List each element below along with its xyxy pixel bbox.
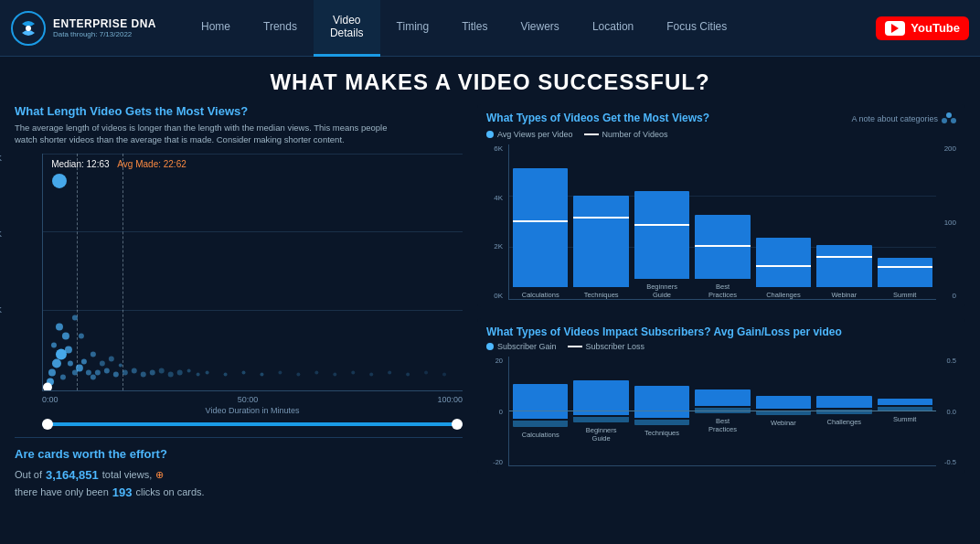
svg-point-29 — [197, 372, 200, 376]
bottom-chart-section: What Types of Videos Impact Subscribers?… — [477, 318, 965, 474]
bar-label: BestPractices — [708, 283, 737, 299]
nav-timing[interactable]: Timing — [380, 0, 446, 57]
sub-bar-best-practices: BestPractices — [695, 389, 750, 433]
logo-title: ENTERPRISE DNA — [53, 17, 156, 30]
bar-bp-fill — [695, 215, 750, 279]
scatter-title: What Length Video Gets the Most Views? — [15, 104, 463, 118]
sub-bar-label: BeginnersGuide — [586, 426, 617, 443]
nav-focus-cities[interactable]: Focus Cities — [650, 0, 743, 57]
nav-viewers[interactable]: Viewers — [504, 0, 575, 57]
svg-point-9 — [72, 369, 78, 375]
sub-bar-summit: Summit — [878, 399, 932, 423]
svg-point-25 — [159, 368, 165, 373]
bar-webinar: Webinar — [816, 245, 871, 299]
top-bar-chart: 6K 4K 2K 0K Ca — [486, 144, 956, 300]
sub-bar-beginners: BeginnersGuide — [573, 380, 628, 443]
svg-point-48 — [109, 356, 114, 361]
svg-point-15 — [91, 374, 96, 379]
legend-num-videos: Number of Videos — [584, 130, 668, 139]
logo-subtitle: Data through: 7/13/2022 — [53, 30, 156, 38]
svg-point-33 — [260, 372, 263, 376]
svg-point-41 — [406, 372, 410, 376]
sub-bar-label: Summit — [893, 415, 916, 423]
sub-bar-calculations: Calculations — [513, 384, 568, 439]
svg-point-26 — [168, 371, 174, 377]
sub-bar-pos — [695, 389, 750, 406]
legend-dot-gain — [486, 343, 494, 350]
bar-summit: Summit — [878, 258, 932, 299]
svg-point-20 — [113, 371, 119, 377]
sub-bar-neg — [573, 417, 628, 422]
legend-sub-gain: Subscriber Gain — [486, 342, 557, 351]
sub-bar-neg — [513, 421, 568, 427]
svg-point-14 — [86, 369, 91, 375]
svg-point-47 — [100, 360, 105, 366]
nav-titles-label: Titles — [462, 20, 487, 33]
sub-bar-label: Calculations — [522, 431, 559, 439]
svg-point-21 — [122, 369, 128, 375]
youtube-label: YouTube — [911, 21, 960, 35]
right-panel: What Types of Videos Get the Most Views?… — [477, 104, 965, 544]
nav-location[interactable]: Location — [576, 0, 650, 57]
cards-views: 3,164,851 — [46, 468, 99, 482]
svg-point-53 — [942, 118, 947, 123]
bottom-chart-title: What Types of Videos Impact Subscribers?… — [486, 325, 842, 338]
bar-line — [695, 245, 750, 247]
svg-point-13 — [81, 358, 87, 364]
cards-title: Are cards worth the effort? — [15, 447, 463, 461]
scatter-desc: The average length of videos is longer t… — [15, 122, 408, 146]
bar-chart-inner: Calculations Techniques — [508, 144, 936, 300]
svg-point-49 — [119, 363, 122, 367]
svg-point-37 — [333, 372, 336, 376]
sub-bars-container: Calculations BeginnersGuide Techni — [508, 357, 936, 466]
sub-bar-pos — [756, 396, 811, 409]
bar-beg-fill — [634, 191, 689, 279]
bar-techniques: Techniques — [573, 196, 628, 299]
bar-beginners: BeginnersGuide — [634, 191, 689, 299]
bar-label: Webinar — [831, 291, 857, 299]
bar-calculations: Calculations — [513, 168, 568, 299]
bar-label: BeginnersGuide — [646, 283, 677, 299]
youtube-badge[interactable]: YouTube — [876, 16, 969, 40]
svg-point-24 — [150, 369, 155, 375]
bar-label: Challenges — [766, 291, 801, 299]
svg-point-30 — [206, 370, 209, 374]
scatter-dots — [43, 154, 463, 390]
content-area: What Length Video Gets the Most Views? T… — [0, 104, 980, 544]
nav-trends-label: Trends — [263, 20, 297, 33]
svg-point-5 — [62, 332, 69, 339]
slider-thumb-left[interactable] — [42, 419, 53, 430]
top-chart-section: What Types of Videos Get the Most Views?… — [477, 104, 965, 307]
note-icon — [942, 112, 956, 126]
svg-point-43 — [442, 372, 446, 376]
page-title: WHAT MAKES A VIDEO SUCCESSFUL? — [0, 57, 980, 104]
svg-point-11 — [60, 374, 66, 379]
bar-label: Calculations — [522, 291, 559, 299]
cards-arrow-icon: ⊕ — [155, 469, 164, 481]
bar-line — [878, 266, 932, 268]
bar-tech-fill — [573, 196, 628, 287]
duration-slider[interactable] — [42, 422, 463, 426]
slider-thumb-right[interactable] — [452, 419, 463, 430]
bar-label: Summit — [893, 291, 916, 299]
slider-area[interactable] — [42, 422, 463, 426]
nav-trends[interactable]: Trends — [247, 0, 314, 57]
svg-point-36 — [314, 370, 318, 374]
cards-line1-prefix: Out of — [15, 469, 42, 480]
svg-point-38 — [351, 370, 355, 374]
scatter-y-labels: 60K 40K 20K 0K — [0, 154, 2, 391]
zero-line — [509, 411, 936, 411]
svg-point-1 — [26, 26, 31, 31]
svg-point-28 — [187, 368, 191, 372]
sub-bar-pos — [634, 386, 689, 418]
svg-point-17 — [52, 174, 67, 188]
bar-chal-fill — [756, 238, 811, 287]
nav-titles[interactable]: Titles — [445, 0, 504, 57]
svg-point-46 — [91, 351, 96, 357]
nav-home[interactable]: Home — [185, 0, 247, 57]
cards-line2-suffix: clicks on cards. — [135, 486, 204, 497]
svg-point-42 — [424, 370, 428, 374]
svg-point-23 — [141, 371, 146, 377]
svg-point-44 — [72, 315, 78, 320]
nav-video-details[interactable]: VideoDetails — [314, 0, 380, 57]
